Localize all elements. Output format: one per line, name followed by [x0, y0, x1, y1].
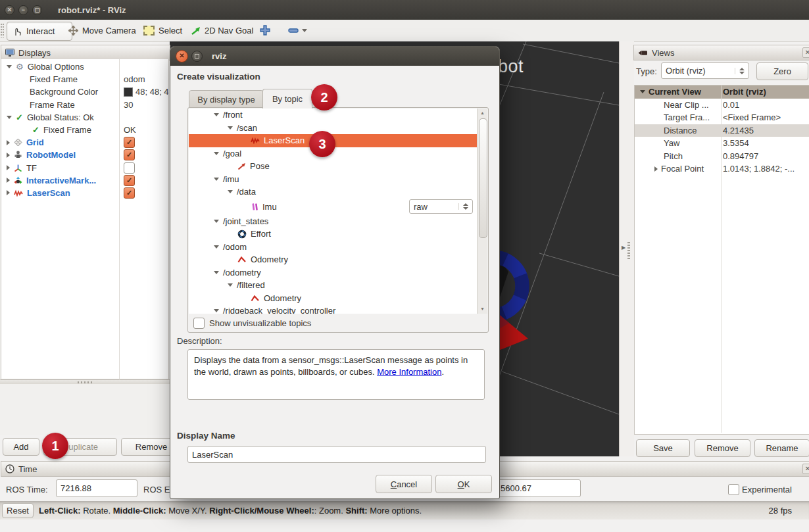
- topic-row[interactable]: /ridgeback_velocity_controller: [189, 304, 477, 314]
- cancel-button[interactable]: Cancel: [376, 475, 432, 493]
- view-type-select[interactable]: Orbit (rviz): [661, 62, 749, 79]
- chevron-down-icon[interactable]: [228, 126, 233, 130]
- chevron-right-icon[interactable]: [7, 178, 10, 183]
- chevron-down-icon[interactable]: [228, 283, 233, 287]
- views-row-value[interactable]: 3.5354: [723, 138, 749, 148]
- add-display-button[interactable]: Add: [3, 438, 39, 456]
- views-row-value[interactable]: <Fixed Frame>: [723, 112, 781, 122]
- scroll-down-icon[interactable]: ▼: [479, 305, 486, 313]
- views-row[interactable]: Target Fra... <Fixed Frame>: [635, 111, 809, 124]
- tree-row-value[interactable]: 48; 48; 4: [124, 87, 169, 97]
- views-row[interactable]: Yaw 3.5354: [635, 137, 809, 150]
- spinner-arrows-icon[interactable]: [735, 68, 745, 74]
- topic-row[interactable]: /filtered: [189, 279, 477, 292]
- chevron-down-icon[interactable]: [228, 190, 233, 193]
- dialog-titlebar[interactable]: ✕ rviz: [170, 47, 499, 66]
- topic-row[interactable]: Pose: [189, 160, 477, 173]
- tree-row[interactable]: ✓ Fixed Frame OK: [1, 124, 168, 136]
- chevron-down-icon[interactable]: [214, 309, 219, 312]
- views-row[interactable]: Near Clip ... 0.01: [635, 99, 809, 112]
- chevron-down-icon[interactable]: [7, 116, 12, 119]
- views-row-value[interactable]: 1.0143; 1.8842; -...: [723, 164, 795, 174]
- topic-tree-scrollbar[interactable]: ▲ ▼: [477, 109, 487, 314]
- spinner-arrows-icon[interactable]: [458, 203, 468, 210]
- tree-row[interactable]: ⚙ Global Options: [1, 60, 168, 73]
- tree-row-value[interactable]: odom: [124, 74, 145, 84]
- rename-view-button[interactable]: Rename: [754, 439, 809, 457]
- zero-view-button[interactable]: Zero: [756, 62, 808, 80]
- topic-row[interactable]: /odometry: [189, 266, 477, 279]
- views-row[interactable]: Pitch 0.894797: [635, 150, 809, 163]
- tab-by-display-type[interactable]: By display type: [189, 90, 264, 109]
- dialog-close-icon[interactable]: ✕: [176, 50, 188, 62]
- tree-row[interactable]: ✓ Global Status: Ok: [1, 111, 168, 124]
- select-tool-button[interactable]: Select: [138, 22, 187, 39]
- experimental-checkbox[interactable]: [728, 484, 739, 495]
- add-tool-button[interactable]: [259, 24, 271, 38]
- tree-row[interactable]: Frame Rate 30: [1, 99, 168, 111]
- chevron-right-icon[interactable]: [7, 190, 10, 195]
- wall-time-field[interactable]: [496, 479, 581, 497]
- topic-row[interactable]: Effort: [189, 228, 477, 241]
- reset-button[interactable]: Reset: [2, 503, 34, 518]
- tree-row[interactable]: Background Color 48; 48; 4: [1, 85, 168, 98]
- chevron-down-icon[interactable]: [214, 245, 219, 249]
- remove-view-button[interactable]: Remove: [695, 439, 750, 457]
- chevron-down-icon[interactable]: [214, 152, 219, 155]
- tree-row[interactable]: InteractiveMark... ✓: [1, 174, 168, 187]
- tool-dropdown-caret-icon[interactable]: [302, 29, 307, 32]
- chevron-down-icon[interactable]: [214, 220, 219, 223]
- display-enabled-checkbox[interactable]: ✓: [124, 137, 135, 148]
- tree-row[interactable]: Grid ✓: [1, 136, 168, 149]
- nav-goal-tool-button[interactable]: 2D Nav Goal: [185, 22, 258, 39]
- chevron-right-icon[interactable]: [7, 140, 10, 145]
- display-name-input[interactable]: [187, 446, 486, 463]
- chevron-down-icon[interactable]: [7, 65, 12, 68]
- chevron-right-icon[interactable]: [7, 153, 10, 158]
- chevron-down-icon[interactable]: [214, 271, 219, 274]
- move-camera-tool-button[interactable]: Move Camera: [63, 22, 141, 39]
- save-view-button[interactable]: Save: [636, 439, 690, 457]
- show-unvisualizable-checkbox[interactable]: [193, 318, 205, 329]
- views-row[interactable]: Focal Point 1.0143; 1.8842; -...: [635, 162, 809, 176]
- topic-row[interactable]: /joint_states: [189, 215, 477, 228]
- tree-row-value[interactable]: 30: [124, 100, 133, 110]
- time-panel-close-icon[interactable]: ✕: [802, 464, 809, 474]
- topic-row[interactable]: Odometry: [189, 292, 477, 305]
- scroll-up-icon[interactable]: ▲: [479, 109, 486, 117]
- views-row[interactable]: Distance 4.21435: [635, 124, 809, 137]
- dialog-maximize-icon[interactable]: [191, 51, 203, 62]
- interact-tool-button[interactable]: Interact: [7, 22, 72, 41]
- topic-row[interactable]: /imu: [189, 173, 477, 186]
- chevron-down-icon[interactable]: [214, 113, 219, 116]
- tree-row[interactable]: RobotModel ✓: [1, 149, 168, 161]
- toolbar-drag-handle[interactable]: [1, 24, 4, 37]
- views-panel-close-icon[interactable]: ✕: [802, 47, 809, 58]
- window-close-icon[interactable]: ✕: [5, 5, 14, 15]
- panel-resize-grip[interactable]: [627, 242, 630, 259]
- chevron-down-icon[interactable]: [214, 178, 219, 181]
- remove-tool-button[interactable]: [288, 24, 307, 36]
- tree-row[interactable]: LaserScan ✓: [1, 187, 168, 199]
- tree-row[interactable]: TF: [1, 162, 168, 174]
- chevron-right-icon[interactable]: [654, 166, 658, 172]
- topic-row[interactable]: /odom: [189, 241, 477, 254]
- ros-time-field[interactable]: [56, 479, 137, 497]
- views-row-value[interactable]: 0.894797: [723, 151, 758, 161]
- topic-row[interactable]: /scan: [189, 122, 477, 135]
- chevron-right-icon[interactable]: [7, 165, 10, 170]
- views-row[interactable]: Current View Orbit (rviz): [635, 85, 809, 99]
- more-information-link[interactable]: More Information: [377, 367, 441, 377]
- display-enabled-checkbox[interactable]: ✓: [124, 175, 135, 186]
- chevron-down-icon[interactable]: [640, 90, 645, 93]
- tab-by-topic[interactable]: By topic: [262, 89, 312, 109]
- ok-button[interactable]: OK: [435, 475, 492, 493]
- imu-display-combo[interactable]: raw: [409, 199, 473, 214]
- views-row-value[interactable]: 4.21435: [723, 126, 754, 135]
- display-enabled-checkbox[interactable]: [124, 162, 135, 174]
- window-minimize-icon[interactable]: −: [18, 5, 28, 15]
- topic-row[interactable]: /data: [189, 185, 477, 199]
- scrollbar-thumb[interactable]: [479, 118, 487, 238]
- topic-row[interactable]: /front: [189, 109, 477, 122]
- views-row-value[interactable]: 0.01: [723, 100, 739, 110]
